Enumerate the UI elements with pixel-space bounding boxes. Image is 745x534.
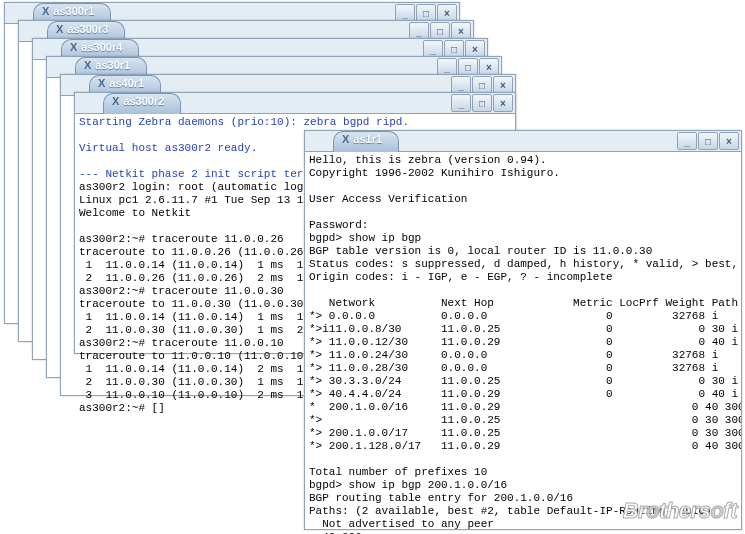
titlebar[interactable]: Xas300r2 _ □ × xyxy=(75,93,515,114)
close-button[interactable]: × xyxy=(719,132,739,150)
minimize-button[interactable]: _ xyxy=(677,132,697,150)
maximize-button[interactable]: □ xyxy=(698,132,718,150)
x-logo-icon: X xyxy=(342,133,349,145)
x-logo-icon: X xyxy=(56,23,63,35)
x-logo-icon: X xyxy=(42,5,49,17)
x-logo-icon: X xyxy=(70,41,77,53)
window-title: Xas1r1 xyxy=(333,131,399,152)
titlebar[interactable]: Xas1r1 _ □ × xyxy=(305,131,741,152)
close-button[interactable]: × xyxy=(493,94,513,112)
x-logo-icon: X xyxy=(112,95,119,107)
x-logo-icon: X xyxy=(84,59,91,71)
terminal-output[interactable]: Hello, this is zebra (version 0.94). Cop… xyxy=(305,152,741,534)
window-title: Xas300r2 xyxy=(103,93,181,114)
maximize-button[interactable]: □ xyxy=(472,94,492,112)
window-buttons: _ □ × xyxy=(451,94,513,112)
x-logo-icon: X xyxy=(98,77,105,89)
terminal-window-as1r1[interactable]: Xas1r1 _ □ × Hello, this is zebra (versi… xyxy=(304,130,742,530)
window-buttons: _ □ × xyxy=(677,132,739,150)
minimize-button[interactable]: _ xyxy=(451,94,471,112)
